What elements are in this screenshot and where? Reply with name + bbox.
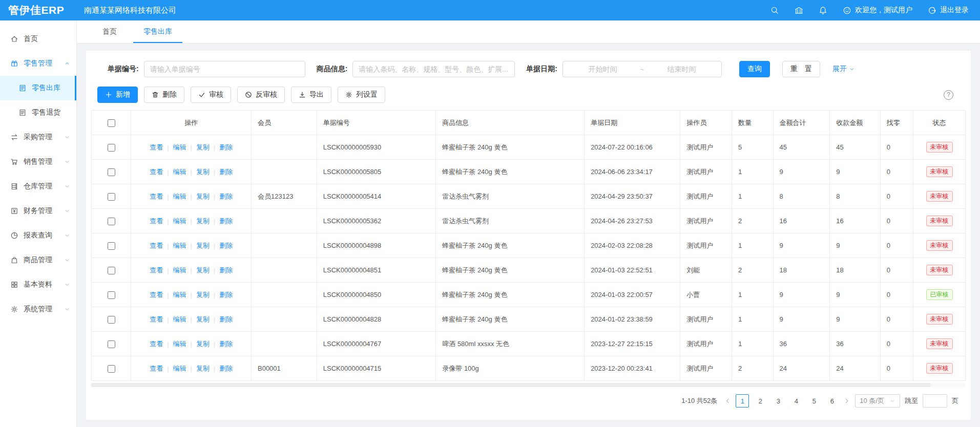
edit-link[interactable]: 编辑 (173, 217, 186, 226)
cell-change: 0 (880, 332, 913, 356)
logout-button[interactable]: 退出登录 (928, 6, 969, 15)
delete-button[interactable]: 删除 (144, 87, 184, 103)
view-link[interactable]: 查看 (150, 143, 163, 152)
sidebar-item-sales[interactable]: 销售管理 (0, 150, 76, 174)
delete-link[interactable]: 删除 (219, 364, 233, 373)
page-size-select[interactable]: 10 条/页 (855, 394, 900, 408)
sidebar-item-retail-outbound[interactable]: 零售出库 (0, 76, 76, 100)
row-checkbox[interactable] (108, 168, 115, 176)
edit-link[interactable]: 编辑 (173, 290, 186, 300)
sidebar-item-system[interactable]: 系统管理 (0, 297, 76, 322)
jump-page-input[interactable] (923, 394, 947, 408)
copy-link[interactable]: 复制 (196, 364, 210, 373)
view-link[interactable]: 查看 (150, 192, 163, 201)
copy-link[interactable]: 复制 (196, 290, 210, 300)
sidebar-item-report[interactable]: 报表查询 (0, 223, 76, 248)
view-link[interactable]: 查看 (150, 315, 163, 324)
delete-link[interactable]: 删除 (219, 241, 233, 250)
unaudit-button[interactable]: 反审核 (237, 87, 285, 103)
date-end-input[interactable] (647, 65, 716, 73)
tab-retail-outbound[interactable]: 零售出库 (141, 20, 174, 43)
edit-link[interactable]: 编辑 (173, 241, 186, 250)
page-button[interactable]: 6 (825, 394, 839, 408)
delete-link[interactable]: 删除 (219, 339, 233, 349)
sidebar-item-retail[interactable]: 零售管理 (0, 51, 76, 76)
bell-icon[interactable] (819, 6, 827, 15)
product-info-input[interactable] (352, 61, 515, 77)
row-checkbox[interactable] (108, 218, 115, 225)
page-button[interactable]: 4 (789, 394, 803, 408)
row-checkbox[interactable] (108, 316, 115, 324)
row-checkbox[interactable] (108, 193, 115, 201)
sidebar-item-base[interactable]: 基本资料 (0, 272, 76, 297)
sidebar-item-purchase[interactable]: 采购管理 (0, 125, 76, 150)
edit-link[interactable]: 编辑 (173, 143, 186, 152)
row-checkbox[interactable] (108, 242, 115, 250)
help-icon[interactable]: ? (944, 90, 953, 100)
page-button[interactable]: 3 (772, 394, 785, 408)
date-range-picker[interactable]: ~ (562, 61, 722, 77)
welcome-user[interactable]: 欢迎您，测试用户 (843, 6, 912, 15)
delete-link[interactable]: 删除 (219, 290, 233, 300)
row-checkbox[interactable] (108, 340, 115, 348)
column-header: 收款金额 (830, 111, 881, 135)
page-button[interactable]: 5 (807, 394, 821, 408)
sidebar-item-product[interactable]: 商品管理 (0, 248, 76, 272)
search-button[interactable]: 查询 (739, 61, 770, 77)
tab-home[interactable]: 首页 (100, 20, 119, 43)
search-icon[interactable] (770, 6, 779, 15)
copy-link[interactable]: 复制 (196, 192, 210, 201)
view-link[interactable]: 查看 (150, 339, 163, 349)
copy-link[interactable]: 复制 (196, 339, 210, 349)
expand-link[interactable]: 展开 (832, 65, 855, 74)
page-button-current[interactable]: 1 (736, 394, 749, 408)
export-button[interactable]: 导出 (291, 87, 331, 103)
horizontal-scrollbar[interactable] (91, 383, 966, 387)
edit-link[interactable]: 编辑 (173, 167, 186, 177)
row-checkbox[interactable] (108, 291, 115, 299)
edit-link[interactable]: 编辑 (173, 192, 186, 201)
next-page-button[interactable] (843, 397, 850, 404)
delete-link[interactable]: 删除 (219, 192, 233, 201)
view-link[interactable]: 查看 (150, 167, 163, 177)
delete-link[interactable]: 删除 (219, 315, 233, 324)
sidebar-item-finance[interactable]: 财务管理 (0, 199, 76, 223)
delete-link[interactable]: 删除 (219, 143, 233, 152)
sidebar-item-retail-return[interactable]: 零售退货 (0, 100, 76, 125)
view-link[interactable]: 查看 (150, 266, 163, 275)
edit-link[interactable]: 编辑 (173, 266, 186, 275)
scrollbar-thumb[interactable] (91, 383, 931, 387)
page-button[interactable]: 2 (754, 394, 767, 408)
delete-link[interactable]: 删除 (219, 217, 233, 226)
edit-link[interactable]: 编辑 (173, 364, 186, 373)
copy-link[interactable]: 复制 (196, 241, 210, 250)
reset-button[interactable]: 重 置 (782, 61, 820, 77)
cell-date: 2024-01-03 22:00:57 (585, 283, 680, 307)
delete-link[interactable]: 删除 (219, 167, 233, 177)
copy-link[interactable]: 复制 (196, 217, 210, 226)
sidebar-item-home[interactable]: 首页 (0, 27, 76, 51)
prev-page-button[interactable] (724, 397, 731, 404)
row-checkbox[interactable] (108, 365, 115, 373)
view-link[interactable]: 查看 (150, 364, 163, 373)
view-link[interactable]: 查看 (150, 241, 163, 250)
view-link[interactable]: 查看 (150, 290, 163, 300)
row-checkbox[interactable] (108, 144, 115, 152)
copy-link[interactable]: 复制 (196, 167, 210, 177)
row-checkbox[interactable] (108, 267, 115, 274)
date-start-input[interactable] (569, 65, 637, 73)
copy-link[interactable]: 复制 (196, 266, 210, 275)
edit-link[interactable]: 编辑 (173, 339, 186, 349)
column-settings-button[interactable]: 列设置 (338, 87, 385, 103)
bank-icon[interactable] (795, 6, 803, 15)
add-button[interactable]: 新增 (97, 87, 138, 103)
copy-link[interactable]: 复制 (196, 315, 210, 324)
select-all-checkbox[interactable] (108, 119, 115, 127)
copy-link[interactable]: 复制 (196, 143, 210, 152)
sidebar-item-warehouse[interactable]: 仓库管理 (0, 174, 76, 199)
view-link[interactable]: 查看 (150, 217, 163, 226)
audit-button[interactable]: 审核 (191, 87, 231, 103)
delete-link[interactable]: 删除 (219, 266, 233, 275)
edit-link[interactable]: 编辑 (173, 315, 186, 324)
bill-no-input[interactable] (144, 61, 305, 77)
